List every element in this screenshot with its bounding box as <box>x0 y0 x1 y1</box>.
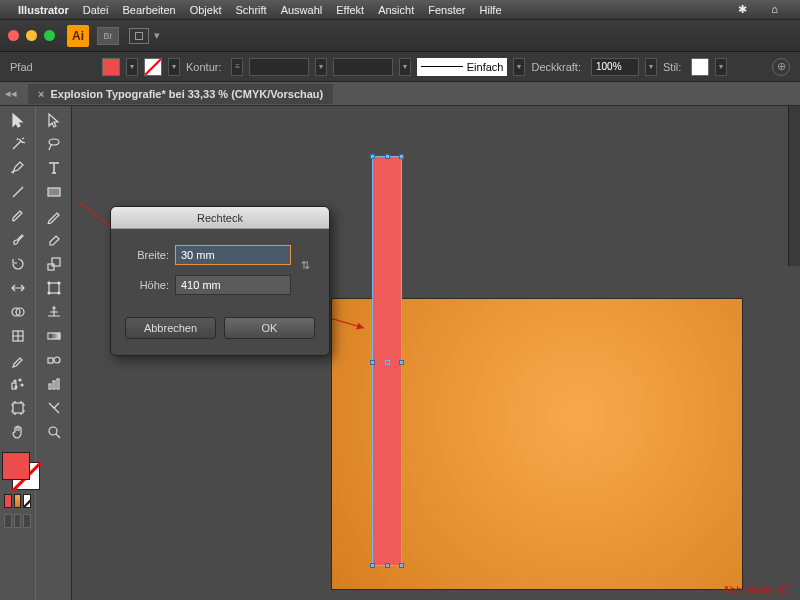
blend-tool[interactable] <box>38 348 70 372</box>
pen-tool[interactable] <box>2 156 34 180</box>
app-titlebar: Ai Br ▾ <box>0 20 800 52</box>
macos-menubar: Illustrator Datei Bearbeiten Objekt Schr… <box>0 0 800 20</box>
draw-normal-icon[interactable] <box>4 514 12 528</box>
stil-label: Stil: <box>663 61 681 73</box>
gradient-mode-icon[interactable] <box>14 494 22 508</box>
none-mode-icon[interactable] <box>23 494 31 508</box>
fill-dropdown[interactable]: ▾ <box>126 58 138 76</box>
svg-point-5 <box>21 384 23 386</box>
brush-dd[interactable]: ▾ <box>513 58 525 76</box>
fill-stroke-swatch[interactable] <box>2 452 40 490</box>
stroke-swatch[interactable] <box>144 58 162 76</box>
document-tab[interactable]: ×Explosion Typografie* bei 33,33 % (CMYK… <box>28 84 333 104</box>
menu-auswahl[interactable]: Auswahl <box>281 4 323 16</box>
window-close-button[interactable] <box>8 30 19 41</box>
app-name[interactable]: Illustrator <box>18 4 69 16</box>
window-zoom-button[interactable] <box>44 30 55 41</box>
menu-bearbeiten[interactable]: Bearbeiten <box>122 4 175 16</box>
zoom-tool[interactable] <box>38 420 70 444</box>
variable-width-field[interactable] <box>333 58 393 76</box>
type-tool[interactable] <box>38 156 70 180</box>
breite-label: Breite: <box>125 249 169 261</box>
selection-tool[interactable] <box>2 108 34 132</box>
ok-button[interactable]: OK <box>224 317 315 339</box>
stroke-dropdown[interactable]: ▾ <box>168 58 180 76</box>
handle-bc[interactable] <box>385 563 390 568</box>
selected-rectangle[interactable] <box>372 156 402 566</box>
draw-behind-icon[interactable] <box>14 514 22 528</box>
tab-bar-handle[interactable]: ◂◂ <box>6 84 16 104</box>
breite-input[interactable]: 30 mm <box>175 245 291 265</box>
menu-hilfe[interactable]: Hilfe <box>480 4 502 16</box>
handle-bl[interactable] <box>370 563 375 568</box>
panel-dock-handle[interactable] <box>788 106 800 266</box>
lasso-tool[interactable] <box>38 132 70 156</box>
pencil-tool[interactable] <box>38 204 70 228</box>
constrain-proportions-icon[interactable]: ⇅ <box>295 245 315 285</box>
blob-brush-tool[interactable] <box>2 228 34 252</box>
artboard-tool[interactable] <box>2 396 34 420</box>
eraser-tool[interactable] <box>38 228 70 252</box>
perspective-grid-tool[interactable] <box>38 300 70 324</box>
rectangle-tool[interactable] <box>38 180 70 204</box>
kontur-weight-menu[interactable]: ≡ <box>231 58 243 76</box>
menu-fenster[interactable]: Fenster <box>428 4 465 16</box>
menu-ansicht[interactable]: Ansicht <box>378 4 414 16</box>
kontur-weight-field[interactable] <box>249 58 309 76</box>
hand-tool[interactable] <box>2 420 34 444</box>
paintbrush-tool[interactable] <box>2 204 34 228</box>
toolbox-col-a <box>0 106 36 600</box>
toolbox-col-b <box>36 106 72 600</box>
bridge-button[interactable]: Br <box>97 27 119 45</box>
eyedropper-tool[interactable] <box>2 348 34 372</box>
cancel-button[interactable]: Abbrechen <box>125 317 216 339</box>
fill-swatch[interactable] <box>102 58 120 76</box>
close-tab-icon[interactable]: × <box>38 88 44 100</box>
handle-tc[interactable] <box>385 154 390 159</box>
arrange-documents-button[interactable] <box>129 28 149 44</box>
width-tool[interactable] <box>2 276 34 300</box>
handle-tr[interactable] <box>399 154 404 159</box>
window-minimize-button[interactable] <box>26 30 37 41</box>
gradient-tool[interactable] <box>38 324 70 348</box>
canvas[interactable]: Rechteck Breite: 30 mm Höhe: 410 mm ⇅ <box>72 106 800 600</box>
brush-definition[interactable]: Einfach <box>417 58 507 76</box>
menu-objekt[interactable]: Objekt <box>190 4 222 16</box>
column-graph-tool[interactable] <box>38 372 70 396</box>
rotate-tool[interactable] <box>2 252 34 276</box>
slice-tool[interactable] <box>38 396 70 420</box>
fill-color-icon[interactable] <box>2 452 30 480</box>
panel-options-icon[interactable]: ⊕ <box>772 58 790 76</box>
draw-inside-icon[interactable] <box>23 514 31 528</box>
scale-tool[interactable] <box>38 252 70 276</box>
handle-tl[interactable] <box>370 154 375 159</box>
stil-dd[interactable]: ▾ <box>715 58 727 76</box>
handle-br[interactable] <box>399 563 404 568</box>
menu-schrift[interactable]: Schrift <box>235 4 266 16</box>
color-mode-icon[interactable] <box>4 494 12 508</box>
svg-rect-10 <box>48 188 60 196</box>
svg-point-17 <box>58 292 60 294</box>
free-transform-tool[interactable] <box>38 276 70 300</box>
handle-mr[interactable] <box>399 360 404 365</box>
deckkraft-dd[interactable]: ▾ <box>645 58 657 76</box>
direct-selection-tool[interactable] <box>38 108 70 132</box>
variable-width-dd[interactable]: ▾ <box>399 58 411 76</box>
deckkraft-field[interactable]: 100% <box>591 58 639 76</box>
handle-ml[interactable] <box>370 360 375 365</box>
menu-effekt[interactable]: Effekt <box>336 4 364 16</box>
stil-swatch[interactable] <box>691 58 709 76</box>
menu-datei[interactable]: Datei <box>83 4 109 16</box>
mesh-tool[interactable] <box>2 324 34 348</box>
kontur-weight-dd[interactable]: ▾ <box>315 58 327 76</box>
magic-wand-tool[interactable] <box>2 132 34 156</box>
symbol-sprayer-tool[interactable] <box>2 372 34 396</box>
evernote-icon[interactable]: ✱ <box>738 3 747 16</box>
line-tool[interactable] <box>2 180 34 204</box>
svg-rect-12 <box>52 258 60 266</box>
shape-builder-tool[interactable] <box>2 300 34 324</box>
figure-caption: Abbildung_07 <box>723 584 790 596</box>
arrange-documents-dropdown[interactable]: ▾ <box>152 28 162 44</box>
dropbox-icon[interactable]: ⌂ <box>771 3 778 16</box>
hoehe-input[interactable]: 410 mm <box>175 275 291 295</box>
